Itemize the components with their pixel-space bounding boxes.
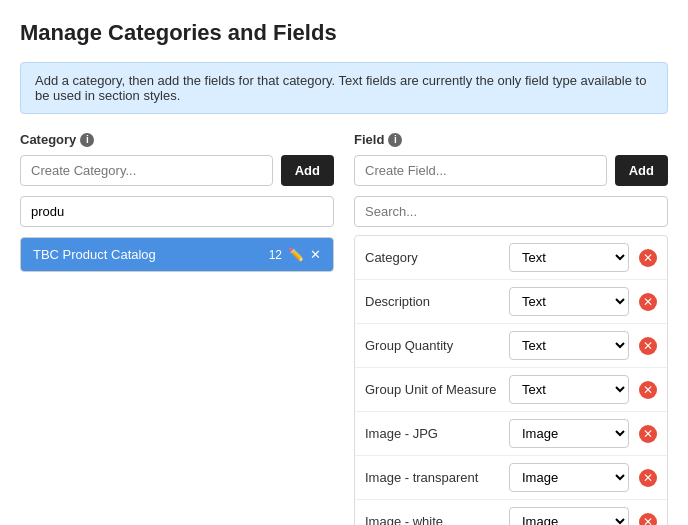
category-list-item[interactable]: TBC Product Catalog 12 ✏️ ✕ — [21, 238, 333, 271]
field-row: Group QuantityTextImage✕ — [355, 324, 667, 368]
field-remove-button[interactable]: ✕ — [639, 425, 657, 443]
field-remove-button[interactable]: ✕ — [639, 337, 657, 355]
field-row: Image - JPGTextImage✕ — [355, 412, 667, 456]
add-category-button[interactable]: Add — [281, 155, 334, 186]
field-type-select[interactable]: TextImage — [509, 287, 629, 316]
field-row: Group Unit of MeasureTextImage✕ — [355, 368, 667, 412]
field-type-select[interactable]: TextImage — [509, 507, 629, 525]
field-type-select[interactable]: TextImage — [509, 419, 629, 448]
field-column: Field i Add CategoryTextImage✕Descriptio… — [354, 132, 668, 525]
category-column: Category i Add TBC Product Catalog 12 ✏️… — [20, 132, 334, 525]
field-label: Field i — [354, 132, 668, 147]
field-row-name: Image - transparent — [365, 470, 499, 485]
field-row: Image - transparentTextImage✕ — [355, 456, 667, 500]
field-row-name: Group Quantity — [365, 338, 499, 353]
page-title: Manage Categories and Fields — [20, 20, 668, 46]
category-edit-icon[interactable]: ✏️ — [288, 247, 304, 262]
field-remove-button[interactable]: ✕ — [639, 293, 657, 311]
category-list: TBC Product Catalog 12 ✏️ ✕ — [20, 237, 334, 272]
category-item-name: TBC Product Catalog — [33, 247, 156, 262]
field-row: DescriptionTextImage✕ — [355, 280, 667, 324]
info-banner: Add a category, then add the fields for … — [20, 62, 668, 114]
create-field-input[interactable] — [354, 155, 607, 186]
field-remove-button[interactable]: ✕ — [639, 381, 657, 399]
field-info-icon: i — [388, 133, 402, 147]
field-row: CategoryTextImage✕ — [355, 236, 667, 280]
add-field-button[interactable]: Add — [615, 155, 668, 186]
field-row-name: Image - JPG — [365, 426, 499, 441]
field-remove-button[interactable]: ✕ — [639, 249, 657, 267]
category-input-row: Add — [20, 155, 334, 186]
category-item-count: 12 — [269, 248, 282, 262]
field-remove-button[interactable]: ✕ — [639, 513, 657, 526]
category-filter-input[interactable] — [20, 196, 334, 227]
category-label: Category i — [20, 132, 334, 147]
create-category-input[interactable] — [20, 155, 273, 186]
category-remove-icon[interactable]: ✕ — [310, 247, 321, 262]
field-row-name: Description — [365, 294, 499, 309]
field-row-name: Group Unit of Measure — [365, 382, 499, 397]
field-input-row: Add — [354, 155, 668, 186]
fields-list: CategoryTextImage✕DescriptionTextImage✕G… — [354, 235, 668, 525]
field-type-select[interactable]: TextImage — [509, 375, 629, 404]
field-row-name: Image - white — [365, 514, 499, 525]
field-type-select[interactable]: TextImage — [509, 463, 629, 492]
field-search-input[interactable] — [354, 196, 668, 227]
field-row-name: Category — [365, 250, 499, 265]
field-type-select[interactable]: TextImage — [509, 331, 629, 360]
field-remove-button[interactable]: ✕ — [639, 469, 657, 487]
category-info-icon: i — [80, 133, 94, 147]
field-type-select[interactable]: TextImage — [509, 243, 629, 272]
field-row: Image - whiteTextImage✕ — [355, 500, 667, 525]
